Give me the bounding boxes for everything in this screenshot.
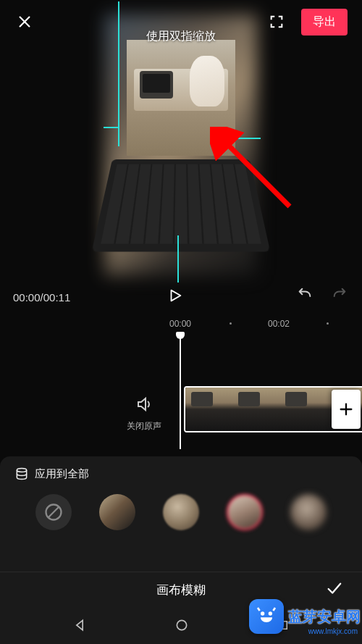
svg-point-1 — [17, 469, 26, 472]
play-icon — [167, 287, 183, 304]
ruler-tick: 00:02 — [268, 319, 290, 329]
svg-point-3 — [177, 620, 186, 630]
svg-rect-4 — [279, 622, 287, 630]
fullscreen-button[interactable] — [266, 12, 287, 32]
panel-title: 画布模糊 — [156, 582, 206, 598]
blur-option-3-selected[interactable] — [227, 494, 263, 530]
ruler-dot — [327, 322, 329, 325]
video-preview[interactable]: 使用双指缩放 — [105, 14, 257, 275]
crop-guide — [177, 235, 179, 283]
square-recent-icon — [277, 619, 290, 632]
export-button[interactable]: 导出 — [301, 9, 348, 35]
blur-option-4[interactable] — [290, 494, 327, 530]
nav-recent-button[interactable] — [277, 619, 290, 635]
ruler-dot — [230, 322, 232, 325]
plus-icon — [338, 401, 354, 417]
confirm-button[interactable] — [323, 581, 345, 600]
undo-button[interactable] — [295, 288, 314, 306]
ruler-tick: 00:00 — [169, 319, 191, 329]
close-button[interactable] — [14, 12, 35, 32]
crop-guide — [221, 138, 261, 139]
triangle-back-icon — [72, 618, 87, 632]
apply-to-all-button[interactable]: 应用到全部 — [14, 467, 89, 481]
timeline-ruler: 00:00 00:02 — [0, 317, 362, 331]
blur-option-2[interactable] — [163, 494, 199, 530]
undo-icon — [295, 288, 314, 304]
clip-thumbnail[interactable] — [185, 388, 232, 431]
video-frame-keyboard — [92, 159, 271, 252]
mute-label: 关闭原声 — [127, 420, 161, 432]
add-clip-button[interactable] — [332, 390, 361, 429]
check-icon — [323, 581, 345, 597]
prohibit-icon — [43, 502, 64, 522]
clip-thumbnail[interactable] — [279, 388, 327, 431]
mute-icon — [135, 396, 153, 413]
timeline[interactable]: 关闭原声 — [0, 333, 362, 456]
redo-button[interactable] — [330, 288, 349, 306]
play-button[interactable] — [167, 287, 183, 307]
canvas-blur-panel: 应用到全部 画布模糊 — [0, 456, 362, 644]
clip-thumbnail[interactable] — [232, 388, 279, 431]
playhead[interactable] — [180, 333, 181, 449]
video-frame — [127, 40, 235, 156]
stack-icon — [14, 467, 29, 481]
circle-home-icon — [174, 618, 189, 632]
apply-to-all-label: 应用到全部 — [35, 467, 89, 481]
nav-back-button[interactable] — [72, 618, 87, 635]
nav-home-button[interactable] — [174, 618, 189, 635]
close-icon — [17, 14, 33, 30]
mute-original-audio-button[interactable]: 关闭原声 — [127, 396, 161, 432]
redo-icon — [330, 288, 349, 304]
fullscreen-icon — [269, 14, 285, 30]
time-display: 00:00/00:11 — [13, 291, 70, 304]
crop-guide — [104, 127, 119, 128]
blur-option-none[interactable] — [35, 494, 72, 530]
android-nav-bar — [0, 609, 362, 644]
blur-option-1[interactable] — [99, 494, 135, 530]
